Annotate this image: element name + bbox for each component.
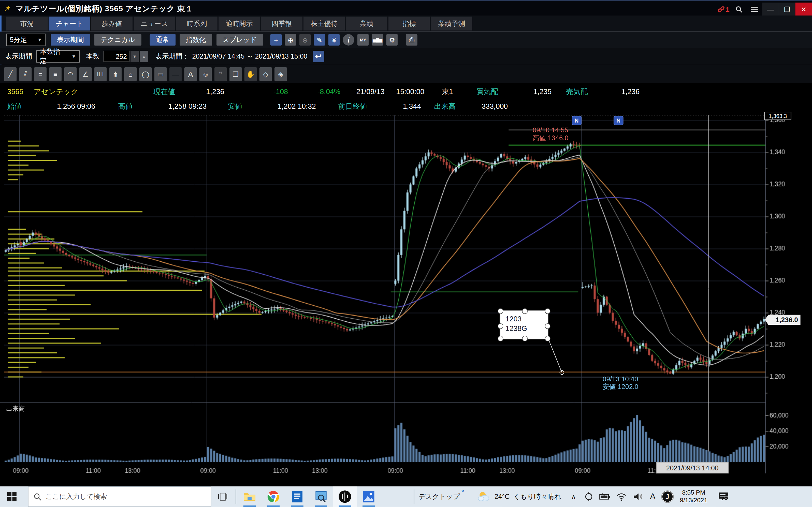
tab-shikyo[interactable]: 市況 bbox=[6, 17, 48, 31]
indexed-button[interactable]: 指数化 bbox=[179, 34, 212, 45]
restore-button[interactable]: ❐ bbox=[779, 3, 795, 16]
wifi-icon[interactable] bbox=[613, 486, 629, 507]
text-tool-icon[interactable]: A bbox=[185, 67, 197, 81]
count-up-spinner[interactable]: ▲ bbox=[140, 51, 148, 62]
desktop-chevron[interactable]: » bbox=[461, 487, 464, 495]
tab-chart[interactable]: チャート bbox=[49, 17, 90, 31]
vertical-lines-tool-icon[interactable]: |||| bbox=[94, 67, 107, 81]
tab-yutai[interactable]: 株主優待 bbox=[303, 17, 345, 31]
my-chart-icon[interactable]: MY bbox=[357, 34, 368, 45]
info-icon[interactable]: i bbox=[343, 34, 354, 45]
callout-handle[interactable] bbox=[498, 323, 503, 329]
period-mode-dropdown[interactable]: 本数指定▼ bbox=[36, 50, 80, 62]
tab-shihyo[interactable]: 指標 bbox=[389, 17, 430, 31]
eraser-tool-icon[interactable]: ◇ bbox=[259, 67, 272, 81]
crosshair-icon[interactable]: + bbox=[270, 34, 282, 45]
technical-button[interactable]: テクニカル bbox=[94, 34, 141, 45]
mountain-chart-icon[interactable]: ▅▇▆ bbox=[372, 34, 383, 45]
hand-tool-icon[interactable]: ✋ bbox=[245, 67, 257, 81]
pitchfork-tool-icon[interactable]: ⋔ bbox=[109, 67, 122, 81]
pencil-icon[interactable]: ✎ bbox=[314, 34, 325, 45]
reset-period-icon[interactable]: ↩ bbox=[313, 51, 324, 62]
weather-text[interactable]: 24°C くもり時々晴れ bbox=[492, 486, 564, 507]
start-button[interactable] bbox=[0, 486, 24, 507]
news-marker-1[interactable]: N bbox=[572, 116, 581, 125]
tray-camera-icon[interactable] bbox=[581, 486, 596, 507]
ellipse-tool-icon[interactable]: ◯ bbox=[139, 67, 152, 81]
search-icon bbox=[34, 493, 42, 501]
tab-shikiho[interactable]: 四季報 bbox=[261, 17, 303, 31]
app-document[interactable] bbox=[285, 486, 309, 507]
count-down-spinner[interactable]: ▼ bbox=[131, 51, 139, 62]
tab-gyoseki-yosoku[interactable]: 業績予測 bbox=[431, 17, 472, 31]
menu-icon[interactable] bbox=[747, 3, 762, 16]
link-icon[interactable]: 1 bbox=[716, 3, 731, 16]
search-icon[interactable] bbox=[731, 3, 747, 16]
news-marker-2[interactable]: N bbox=[613, 116, 623, 125]
taskbar-search-input[interactable]: ここに入力して検索 bbox=[28, 486, 211, 507]
ime-alpha-indicator[interactable]: A bbox=[646, 486, 659, 507]
price-chart-canvas[interactable] bbox=[0, 115, 812, 487]
yen-icon[interactable]: ¥ bbox=[328, 34, 340, 45]
price-callout-box[interactable]: 12031238G bbox=[500, 311, 548, 339]
zoom-out-icon[interactable]: ⊖ bbox=[299, 34, 311, 45]
callout-handle[interactable] bbox=[522, 336, 527, 341]
weather-icon[interactable] bbox=[476, 486, 492, 507]
callout-handle[interactable] bbox=[498, 336, 503, 341]
wrench-icon[interactable]: ⚙ bbox=[386, 34, 398, 45]
app-screen-magnifier[interactable] bbox=[309, 486, 333, 507]
quote-time: 15:00:00 bbox=[396, 87, 424, 96]
speaker-icon[interactable] bbox=[629, 486, 646, 507]
taskbar-clock[interactable]: 8:55 PM9/13/2021 bbox=[675, 486, 712, 507]
tab-news[interactable]: ニュース bbox=[134, 17, 175, 31]
pin-icon bbox=[3, 5, 11, 13]
minimize-button[interactable]: — bbox=[762, 3, 779, 16]
pentagon-tool-icon[interactable]: ⌂ bbox=[124, 67, 137, 81]
spread-button[interactable]: スプレッド bbox=[216, 34, 263, 45]
count-label: 本数 bbox=[86, 52, 100, 61]
erase-all-tool-icon[interactable]: ◈ bbox=[274, 67, 287, 81]
notification-center-icon[interactable] bbox=[712, 486, 734, 507]
app-chrome[interactable] bbox=[262, 486, 285, 507]
chart-area: N N 09/10 14:55高値 1346.0 09/13 10:40安値 1… bbox=[0, 115, 812, 487]
callout-handle[interactable] bbox=[498, 308, 503, 314]
app-trading-tool-active[interactable] bbox=[333, 486, 357, 507]
task-view-button[interactable] bbox=[211, 486, 234, 507]
app-photos[interactable] bbox=[357, 486, 380, 507]
parallel-line-tool-icon[interactable]: ⫽ bbox=[19, 67, 32, 81]
window-title: マルチツール(個別銘柄) 3565 アセンテック 東１ bbox=[15, 4, 193, 14]
dash-tool-icon[interactable]: — bbox=[169, 67, 182, 81]
tab-tekijikaiji[interactable]: 適時開示 bbox=[218, 17, 260, 31]
battery-icon[interactable] bbox=[596, 486, 613, 507]
zoom-in-icon[interactable]: ⊕ bbox=[285, 34, 296, 45]
count-input[interactable]: 252 bbox=[103, 51, 130, 62]
printer-icon[interactable]: ⎙ bbox=[406, 34, 417, 45]
tab-gyoseki[interactable]: 業績 bbox=[346, 17, 388, 31]
callout-handle[interactable] bbox=[545, 308, 550, 314]
tray-expand-chevron[interactable]: ∧ bbox=[566, 486, 580, 507]
close-button[interactable]: ✕ bbox=[795, 3, 812, 16]
rectangle-tool-icon[interactable]: ▭ bbox=[154, 67, 167, 81]
horizontal-line-tool-icon[interactable]: = bbox=[34, 67, 47, 81]
interval-dropdown[interactable]: 5分足▼ bbox=[6, 34, 46, 46]
trendline-tool-icon[interactable]: ╱ bbox=[4, 67, 17, 81]
tab-bar: 市況 チャート 歩み値 ニュース 時系列 適時開示 四季報 株主優待 業績 指標… bbox=[0, 15, 812, 32]
stock-code: 3565 bbox=[7, 87, 23, 96]
balloon-tool-icon[interactable]: ❞ bbox=[214, 67, 227, 81]
link-badge: 1 bbox=[726, 5, 729, 13]
period-button[interactable]: 表示期間 bbox=[51, 34, 90, 45]
callout-handle[interactable] bbox=[522, 308, 527, 314]
taskbar-divider bbox=[414, 490, 414, 504]
app-file-explorer[interactable] bbox=[238, 486, 261, 507]
icon-stamp-tool-icon[interactable]: ☺ bbox=[199, 67, 212, 81]
tab-ayumine[interactable]: 歩み値 bbox=[91, 17, 133, 31]
fan-line-tool-icon[interactable]: ∠ bbox=[79, 67, 92, 81]
desktop-toolbar[interactable]: デスクトップ » bbox=[416, 486, 462, 507]
multi-horizontal-tool-icon[interactable]: ≡ bbox=[49, 67, 61, 81]
ime-mode-icon[interactable]: J bbox=[659, 486, 675, 507]
callout-handle[interactable] bbox=[545, 323, 550, 329]
normal-button[interactable]: 通常 bbox=[149, 34, 175, 45]
fibonacci-arc-tool-icon[interactable]: ◠ bbox=[64, 67, 77, 81]
copy-tool-icon[interactable]: ❐ bbox=[230, 67, 242, 81]
tab-jikeiretsu[interactable]: 時系列 bbox=[176, 17, 217, 31]
